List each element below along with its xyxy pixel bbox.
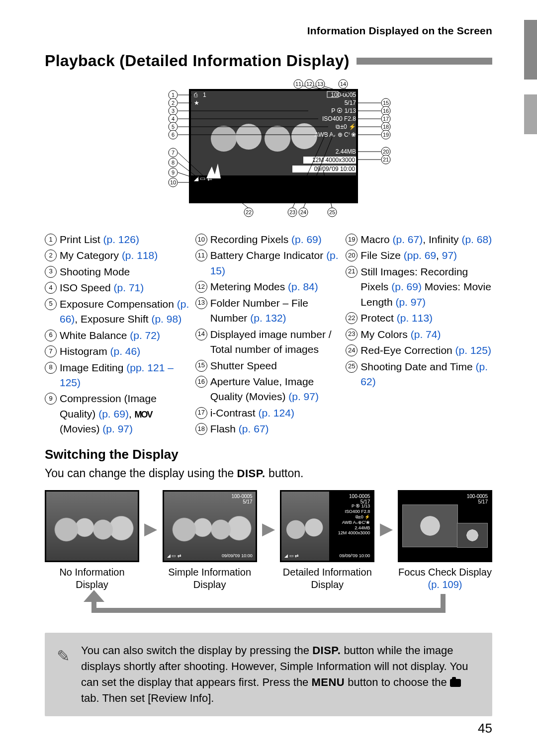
legend-text: Macro (p. 67), Infinity (p. 68) — [360, 232, 492, 247]
legend-text: White Balance (p. 72) — [60, 328, 191, 343]
svg-text:11: 11 — [295, 81, 301, 87]
legend-item: 5Exposure Compensation (p. 66), Exposure… — [45, 297, 191, 327]
legend-item: 7Histogram (p. 46) — [45, 344, 191, 359]
disp-button-label: DISP. — [237, 467, 266, 480]
svg-text:25: 25 — [329, 209, 335, 215]
legend-text: Shutter Speed — [210, 358, 342, 373]
page-number: 45 — [478, 721, 492, 736]
legend-text: Protect (p. 113) — [360, 311, 492, 326]
legend-text: Shooting Date and Time (p. 62) — [360, 359, 492, 390]
thumb-image: 100-00055/17P ⦿ 1/13ISO400 F2.8⧉±0 ⚡AWB … — [280, 490, 374, 562]
page-ref-link[interactable]: (p. 67) — [239, 423, 269, 434]
legend-item: 20File Size (pp. 69, 97) — [346, 248, 492, 263]
title-bar — [357, 58, 492, 65]
legend-item: 11Battery Charge Indicator (p. 15) — [195, 248, 342, 278]
svg-text:19: 19 — [383, 132, 389, 138]
legend-item: 6White Balance (p. 72) — [45, 328, 191, 343]
page-ref-link[interactable]: (p. 69) — [98, 408, 129, 420]
legend-text: Still Images: Recording Pixels (p. 69) M… — [360, 264, 492, 310]
page-ref-link[interactable]: (p. 109) — [428, 579, 462, 590]
display-mode-thumb: 100-00055/17Focus Check Display(p. 109) — [398, 490, 492, 591]
page-ref-link[interactable]: (p. 126) — [103, 234, 139, 245]
playback-figure: 100-0005 5/17 P ⦿ 1/13 ISO400 F2.8 ⧉±0 ⚡… — [90, 79, 448, 223]
legend-number: 1 — [45, 234, 57, 246]
legend-number: 24 — [346, 344, 358, 356]
legend-text: Shooting Mode — [60, 264, 191, 279]
svg-text:⧉±0 ⚡: ⧉±0 ⚡ — [336, 123, 356, 130]
page-ref-link[interactable]: (p. 97) — [288, 391, 319, 402]
section-tab-secondary — [524, 94, 537, 134]
page-ref-link[interactable]: 97) — [442, 250, 457, 261]
svg-text:12M 4000x3000: 12M 4000x3000 — [312, 157, 355, 164]
svg-text:AWB Aᵥ ⊕ Cᴵ ❀: AWB Aᵥ ⊕ Cᴵ ❀ — [315, 131, 356, 138]
legend-text: Battery Charge Indicator (p. 15) — [210, 248, 342, 278]
page-ref-link[interactable]: (p. 98) — [151, 313, 181, 325]
legend-text: Metering Modes (p. 84) — [210, 279, 342, 294]
svg-text:5: 5 — [172, 124, 175, 130]
legend-number: 3 — [45, 266, 57, 278]
page-ref-link[interactable]: (p. 67) — [393, 234, 423, 245]
legend-number: 9 — [45, 393, 57, 405]
legend-item: 8Image Editing (pp. 121 – 125) — [45, 360, 191, 391]
svg-text:20: 20 — [383, 149, 389, 155]
page-ref-link[interactable]: (p. 69) — [391, 281, 422, 292]
thumb-label: Simple Information Display — [163, 566, 257, 591]
page-ref-link[interactable]: (p. 71) — [114, 282, 144, 293]
page-ref-link[interactable]: (p. 125) — [455, 344, 491, 356]
page-ref-link[interactable]: (pp. 121 – 125) — [60, 362, 174, 388]
legend-number: 13 — [195, 297, 207, 309]
svg-text:6: 6 — [172, 132, 175, 138]
page-ref-link[interactable]: (p. 97) — [102, 423, 133, 434]
page-ref-link[interactable]: (pp. 69 — [404, 250, 436, 261]
switching-body: You can change the display using the DIS… — [45, 465, 492, 482]
page-ref-link[interactable]: (p. 113) — [397, 312, 433, 324]
legend-text: File Size (pp. 69, 97) — [360, 248, 492, 263]
legend-item: 21Still Images: Recording Pixels (p. 69)… — [346, 264, 492, 310]
page-ref-link[interactable]: (p. 118) — [122, 250, 158, 261]
cycle-arrow — [45, 594, 492, 619]
arrow-icon: ▶ — [262, 518, 275, 538]
arrow-icon: ▶ — [380, 518, 393, 538]
page-ref-link[interactable]: (p. 97) — [395, 296, 426, 308]
legend-number: 18 — [195, 423, 207, 435]
legend-text: My Category (p. 118) — [60, 248, 191, 263]
legend-text: i-Contrast (p. 124) — [210, 406, 342, 420]
svg-text:22: 22 — [246, 209, 252, 215]
legend-number: 2 — [45, 250, 57, 261]
legend-number: 20 — [346, 250, 358, 261]
legend-item: 14Displayed image number / Total number … — [195, 327, 342, 357]
svg-point-3 — [236, 124, 262, 150]
legend-item: 18Flash (p. 67) — [195, 421, 342, 436]
arrow-icon: ▶ — [144, 518, 157, 538]
page-ref-link[interactable]: (p. 62) — [360, 361, 488, 387]
svg-text:⎙: ⎙ — [194, 91, 198, 98]
thumb-label: Focus Check Display — [398, 566, 492, 579]
page-ref-link[interactable]: (p. 46) — [110, 345, 141, 357]
legend-item: 25Shooting Date and Time (p. 62) — [346, 359, 492, 390]
legend-item: 4ISO Speed (p. 71) — [45, 280, 191, 295]
legend-number: 5 — [45, 298, 57, 310]
legend-text: Folder Number – File Number (p. 132) — [210, 296, 342, 326]
page-ref-link[interactable]: (p. 74) — [411, 329, 441, 340]
legend-number: 15 — [195, 360, 207, 372]
page-title: Playback (Detailed Information Display) — [45, 52, 350, 70]
legend-item: 17i-Contrast (p. 124) — [195, 406, 342, 420]
mov-icon: MOV — [135, 410, 152, 420]
svg-text:3: 3 — [172, 108, 175, 114]
legend-number: 10 — [195, 234, 207, 246]
legend-number: 25 — [346, 361, 358, 373]
svg-text:13: 13 — [317, 81, 323, 87]
page-ref-link[interactable]: (p. 72) — [130, 330, 160, 341]
page-ref-link[interactable]: (p. 15) — [210, 250, 339, 276]
display-mode-thumb: 100-00055/17◢ ▭ ⇄09/09/'09 10:00Simple I… — [163, 490, 257, 591]
page-ref-link[interactable]: (p. 132) — [250, 312, 286, 324]
legend-number: 14 — [195, 329, 207, 340]
page-ref-link[interactable]: (p. 84) — [288, 281, 318, 292]
page-ref-link[interactable]: (p. 69) — [291, 234, 322, 245]
pencil-icon: ✎ — [57, 645, 70, 668]
legend-number: 8 — [45, 362, 57, 374]
page-ref-link[interactable]: (p. 68) — [461, 234, 492, 245]
legend-text: My Colors (p. 74) — [360, 327, 492, 342]
page-ref-link[interactable]: (p. 124) — [259, 407, 294, 419]
legend-number: 17 — [195, 407, 207, 419]
